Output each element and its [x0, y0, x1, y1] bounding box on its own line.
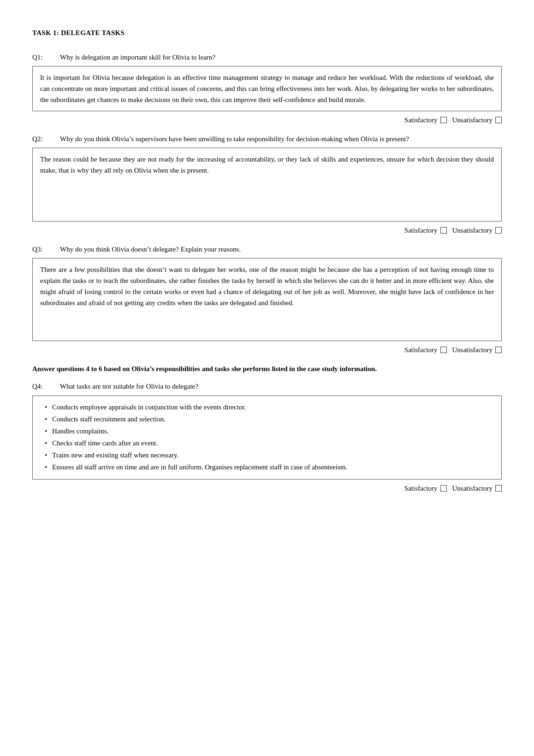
q4-answer-box: Conducts employee appraisals in conjunct…: [32, 396, 502, 480]
q3-answer-text: There are a few possibilities that she d…: [40, 266, 494, 306]
question-1-block: Q1: Why is delegation an important skill…: [32, 52, 502, 126]
q3-unsatisfactory-checkbox[interactable]: [495, 347, 502, 353]
q2-unsatisfactory-checkbox[interactable]: [495, 227, 502, 234]
q2-number: Q2:: [32, 134, 51, 144]
q1-rating-row: Satisfactory Unsatisfactory: [32, 115, 502, 126]
q2-answer-box: The reason could be because they are not…: [32, 148, 502, 222]
q3-number: Q3:: [32, 244, 51, 255]
q1-number: Q1:: [32, 52, 51, 63]
q1-unsatisfactory: Unsatisfactory: [452, 115, 502, 126]
q4-rating-row: Satisfactory Unsatisfactory: [32, 483, 502, 494]
q3-unsatisfactory-label: Unsatisfactory: [452, 345, 492, 355]
q4-list: Conducts employee appraisals in conjunct…: [40, 402, 494, 473]
q4-unsatisfactory: Unsatisfactory: [452, 483, 502, 494]
q4-unsatisfactory-checkbox[interactable]: [495, 485, 502, 492]
list-item: Conducts employee appraisals in conjunct…: [45, 402, 494, 413]
q1-unsatisfactory-label: Unsatisfactory: [452, 115, 492, 126]
question-3-block: Q3: Why do you think Olivia doesn’t dele…: [32, 244, 502, 355]
q3-satisfactory-checkbox[interactable]: [440, 347, 447, 353]
q2-unsatisfactory: Unsatisfactory: [452, 225, 502, 236]
q4-satisfactory-label: Satisfactory: [404, 483, 438, 494]
q3-satisfactory: Satisfactory: [404, 345, 447, 355]
q3-answer-box: There are a few possibilities that she d…: [32, 258, 502, 341]
q2-satisfactory: Satisfactory: [404, 225, 447, 236]
q4-to-6-instruction: Answer questions 4 to 6 based on Olivia’…: [32, 364, 502, 374]
list-item: Trains new and existing staff when neces…: [45, 450, 494, 461]
q2-text: Why do you think Olivia’s supervisors ha…: [60, 134, 502, 144]
q1-unsatisfactory-checkbox[interactable]: [495, 117, 502, 123]
q4-text: What tasks are not suitable for Olivia t…: [60, 381, 502, 392]
list-item: Ensures all staff arrive on time and are…: [45, 462, 494, 473]
question-1-label: Q1: Why is delegation an important skill…: [32, 52, 502, 63]
question-2-block: Q2: Why do you think Olivia’s supervisor…: [32, 134, 502, 236]
question-4-block: Q4: What tasks are not suitable for Oliv…: [32, 381, 502, 493]
q2-unsatisfactory-label: Unsatisfactory: [452, 225, 492, 236]
question-4-label: Q4: What tasks are not suitable for Oliv…: [32, 381, 502, 392]
q3-rating-row: Satisfactory Unsatisfactory: [32, 345, 502, 355]
list-item: Checks staff time cards after an event.: [45, 438, 494, 449]
q3-satisfactory-label: Satisfactory: [404, 345, 438, 355]
q1-text: Why is delegation an important skill for…: [60, 52, 502, 63]
q4-satisfactory: Satisfactory: [404, 483, 447, 494]
question-3-label: Q3: Why do you think Olivia doesn’t dele…: [32, 244, 502, 255]
q1-satisfactory-label: Satisfactory: [404, 115, 438, 126]
q1-answer-box: It is important for Olivia because deleg…: [32, 66, 502, 111]
q2-satisfactory-label: Satisfactory: [404, 225, 438, 236]
list-item: Handles complaints.: [45, 426, 494, 437]
q3-text: Why do you think Olivia doesn’t delegate…: [60, 244, 502, 255]
task-title: TASK 1: DELEGATE TASKS: [32, 28, 502, 38]
q3-unsatisfactory: Unsatisfactory: [452, 345, 502, 355]
q2-rating-row: Satisfactory Unsatisfactory: [32, 225, 502, 236]
q4-unsatisfactory-label: Unsatisfactory: [452, 483, 492, 494]
q2-satisfactory-checkbox[interactable]: [440, 227, 447, 234]
list-item: Conducts staff recruitment and selection…: [45, 414, 494, 425]
q1-satisfactory: Satisfactory: [404, 115, 447, 126]
q4-number: Q4:: [32, 381, 51, 392]
q4-satisfactory-checkbox[interactable]: [440, 485, 447, 492]
q2-answer-text: The reason could be because they are not…: [40, 156, 494, 174]
question-2-label: Q2: Why do you think Olivia’s supervisor…: [32, 134, 502, 144]
q1-satisfactory-checkbox[interactable]: [440, 117, 447, 123]
q1-answer-text: It is important for Olivia because deleg…: [40, 74, 494, 103]
